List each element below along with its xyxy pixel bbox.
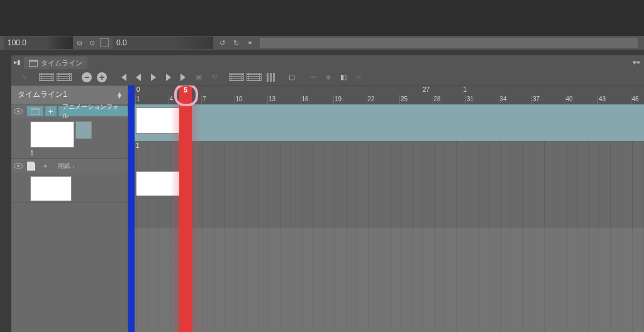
start-marker-body <box>128 104 135 332</box>
track-label: 用紙： <box>54 161 80 171</box>
angle-readout[interactable]: 0.0 <box>113 36 213 49</box>
playhead[interactable] <box>179 104 192 332</box>
cel-thumbnail-small[interactable] <box>75 121 92 139</box>
track-thumbs-anim <box>11 118 128 150</box>
track-thumbs-paper <box>11 173 128 202</box>
viewport <box>0 0 644 36</box>
playhead-handle[interactable]: 5 <box>179 86 192 104</box>
zoom-readout[interactable]: 100.0 <box>4 36 73 49</box>
onion-skin-icon[interactable]: ◧ <box>337 71 350 84</box>
rotate-right-icon[interactable]: ↻ <box>231 38 241 48</box>
light-table-icon[interactable]: ⎘ <box>352 71 365 84</box>
window-left-border <box>0 53 11 332</box>
lane-anim[interactable]: 1 <box>135 104 644 160</box>
rotate-left-icon[interactable]: ↺ <box>217 38 227 48</box>
zoom-out-icon[interactable]: ⊖ <box>74 38 84 48</box>
fit-icon[interactable]: ▢ <box>286 71 298 84</box>
timeline-scrub-bar[interactable] <box>260 38 638 48</box>
new-timeline-icon[interactable] <box>39 73 54 81</box>
divider <box>0 50 644 55</box>
link-icon[interactable]: ∾ <box>307 71 319 84</box>
stepper-icon[interactable]: ▲▼ <box>116 92 123 98</box>
panel-tab-timeline[interactable]: タイムライン <box>24 57 87 69</box>
lane-paper[interactable] <box>135 169 644 209</box>
track-label: アニメーションフォル <box>58 106 128 116</box>
timeline-body: タイムライン1 ▲▼ ＋ アニメーションフォル 1 <box>11 86 644 332</box>
go-first-button[interactable] <box>117 71 130 84</box>
dropdown-icon[interactable]: ∿ <box>18 71 30 84</box>
timeline-tab-bar: ▸▮ タイムライン ▾≡ <box>11 55 644 69</box>
prev-frame-button[interactable] <box>132 71 145 84</box>
expand-panel-icon[interactable]: ▸▮ <box>14 58 21 65</box>
anim-clip[interactable] <box>135 104 644 141</box>
loop-button[interactable]: ⟲ <box>208 71 220 84</box>
track-row-paper: ＋ 用紙： <box>11 159 128 202</box>
track-header-anim[interactable]: ＋ アニメーションフォル <box>11 104 128 118</box>
status-bar: 100.0 ⊖ ⊙ 0.0 ↺ ↻ ✶ <box>0 36 644 50</box>
timeline-window: ▸▮ タイムライン ▾≡ ∿ − + ▣ ⟲ ▢ ∾ <box>11 55 644 332</box>
next-frame-button[interactable] <box>162 71 175 84</box>
paper-thumbnail[interactable] <box>30 176 72 201</box>
zoom-in-button[interactable]: + <box>96 71 108 84</box>
playhead-glow <box>170 104 179 332</box>
track-header-column: タイムライン1 ▲▼ ＋ アニメーションフォル 1 <box>11 86 128 332</box>
clip-c-icon[interactable] <box>264 71 277 84</box>
track-type-icon <box>27 106 43 116</box>
playhead-glow <box>192 104 201 332</box>
visibility-icon[interactable] <box>14 163 23 169</box>
new-cel-icon[interactable] <box>57 73 72 81</box>
play-button[interactable] <box>147 71 160 84</box>
page-icon <box>27 162 35 171</box>
clapperboard-icon <box>29 60 38 67</box>
track-plus-label: ＋ <box>38 161 52 171</box>
visibility-icon[interactable] <box>14 108 23 114</box>
panel-tab-label: タイムライン <box>41 58 82 68</box>
tracks-canvas[interactable]: 1 <box>135 104 644 332</box>
clip-b-icon[interactable] <box>247 73 262 81</box>
track-frame-label: 1 <box>11 150 128 158</box>
zoom-out-button[interactable]: − <box>80 71 93 84</box>
lane-frame-label: 1 <box>136 142 140 149</box>
timeline-name-label: タイムライン1 <box>18 89 67 100</box>
go-last-button[interactable] <box>177 71 190 84</box>
track-row-anim: ＋ アニメーションフォル 1 <box>11 104 128 159</box>
timeline-ruler-area[interactable]: 02711471013161922252831343740434649 5 1 <box>128 86 644 332</box>
empty-area <box>135 228 644 332</box>
frame-ruler[interactable]: 02711471013161922252831343740434649 <box>128 86 644 104</box>
onion-diamond-icon[interactable]: ◆ <box>322 71 335 84</box>
track-header-paper[interactable]: ＋ 用紙： <box>11 159 128 173</box>
panel-menu-icon[interactable]: ▾≡ <box>633 58 640 67</box>
timeline-toolbar: ∿ − + ▣ ⟲ ▢ ∾ ◆ ◧ ⎘ <box>11 69 644 86</box>
timeline-name-row[interactable]: タイムライン1 ▲▼ <box>11 86 128 104</box>
zoom-fit-icon[interactable]: ⊙ <box>87 38 97 48</box>
start-marker[interactable] <box>128 86 135 104</box>
cel-thumbnail[interactable] <box>30 121 74 148</box>
reset-angle-icon[interactable]: ✶ <box>245 38 255 48</box>
clip-a-icon[interactable] <box>229 73 244 81</box>
add-cel-button[interactable]: ＋ <box>45 106 57 116</box>
stop-button[interactable]: ▣ <box>192 71 205 84</box>
display-box-icon[interactable] <box>99 38 109 48</box>
